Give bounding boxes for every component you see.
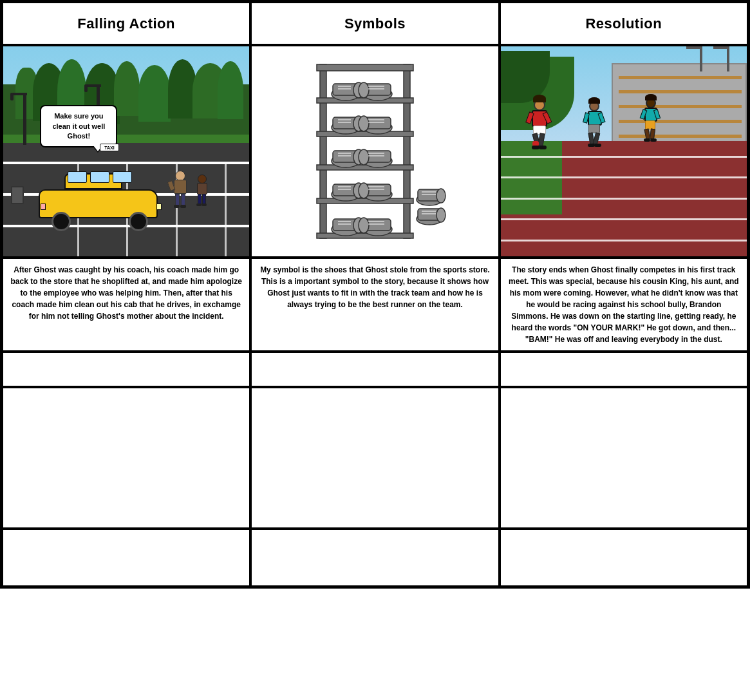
svg-rect-4 xyxy=(317,131,413,137)
svg-point-60 xyxy=(436,189,445,203)
empty-large-2 xyxy=(250,387,499,529)
svg-rect-3 xyxy=(317,98,413,103)
svg-point-35 xyxy=(359,149,369,165)
image-falling-action: TAXI Make sure you clean it out well Gho… xyxy=(2,45,250,258)
svg-point-65 xyxy=(436,208,445,222)
text-resolution: The story ends when Ghost finally compet… xyxy=(500,258,748,352)
shelf-svg xyxy=(301,58,449,245)
speech-bubble: Make sure you clean it out well Ghost! xyxy=(40,105,117,147)
svg-rect-5 xyxy=(317,165,413,170)
svg-point-55 xyxy=(359,218,369,233)
header-resolution: Resolution xyxy=(500,2,748,45)
empty-bottom-1 xyxy=(2,529,250,587)
empty-cell-1 xyxy=(2,352,250,387)
header-falling-action: Falling Action xyxy=(2,2,250,45)
empty-cell-2 xyxy=(250,352,499,387)
svg-rect-1 xyxy=(404,64,410,238)
empty-cell-3 xyxy=(500,352,748,387)
empty-bottom-2 xyxy=(250,529,499,587)
svg-point-25 xyxy=(359,116,369,131)
empty-bottom-3 xyxy=(500,529,748,587)
svg-rect-6 xyxy=(317,198,413,203)
empty-large-3 xyxy=(500,387,748,529)
svg-rect-2 xyxy=(317,64,413,71)
svg-point-15 xyxy=(359,82,369,98)
svg-rect-0 xyxy=(320,64,326,238)
text-falling-action: After Ghost was caught by his coach, his… xyxy=(2,258,250,352)
svg-point-45 xyxy=(359,183,369,198)
story-grid: Falling Action Symbols Resolution xyxy=(0,0,750,589)
text-symbols: My symbol is the shoes that Ghost stole … xyxy=(250,258,499,352)
image-symbols xyxy=(250,45,499,258)
svg-rect-7 xyxy=(317,233,413,238)
image-resolution xyxy=(500,45,748,258)
header-symbols: Symbols xyxy=(250,2,499,45)
empty-large-1 xyxy=(2,387,250,529)
